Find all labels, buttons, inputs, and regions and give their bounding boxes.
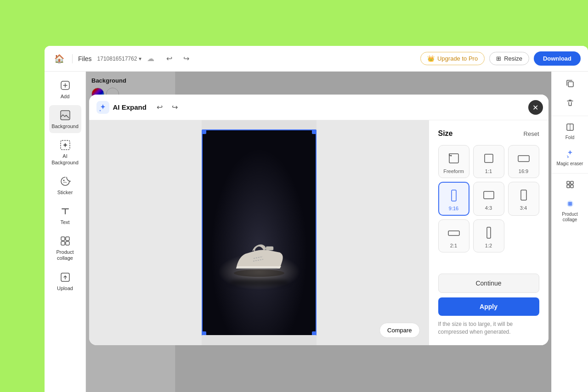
right-sidebar-item-windows[interactable] [554,176,586,195]
size-option-1-1[interactable]: 1:1 [473,145,504,178]
topbar: 🏠 Files 1710816517762 ▾ ☁ ↩ ↪ 👑 Upgrade … [45,46,588,72]
sidebar-item-sticker[interactable]: Sticker [49,171,81,199]
right-sidebar-item-duplicate[interactable] [554,75,586,94]
fold-label: Fold [565,135,574,140]
freeform-icon [447,151,461,166]
filename-text: 1710816517762 [97,56,137,62]
magic-eraser-label: Magic eraser [557,161,583,167]
size-option-1-2[interactable]: 1:2 [473,219,504,252]
dialog-undo-button[interactable]: ↩ [154,100,165,114]
dialog-title: AI Expand [113,103,147,111]
svg-rect-10 [266,246,273,250]
svg-point-12 [450,155,452,157]
svg-rect-7 [66,241,69,245]
sidebar-upload-label: Upload [57,286,73,291]
resize-icon: ⊞ [496,55,501,62]
size-option-4-3[interactable]: 4:3 [473,182,504,216]
ai-background-icon [59,139,72,151]
dialog-note: If the size is too large, it will be com… [438,320,539,336]
svg-rect-6 [61,241,65,245]
right-sidebar-item-product-collage[interactable]: Product collage [554,196,586,226]
sidebar-divider [552,116,588,116]
dialog-canvas: Compare [89,120,429,345]
shoe-frame [202,129,317,336]
sidebar-item-add[interactable]: Add [49,75,81,103]
16-9-icon [516,151,531,166]
size-option-freeform[interactable]: Freeform [438,145,469,178]
right-sidebar-item-magic-eraser[interactable]: Magic eraser [554,145,586,170]
dialog-redo-button[interactable]: ↪ [169,100,181,114]
right-sidebar-item-delete[interactable] [554,95,586,113]
dialog-toolbar: AI Expand ↩ ↪ [89,95,548,120]
undo-button[interactable]: ↩ [164,52,175,65]
svg-rect-16 [484,191,494,199]
add-icon [59,79,72,92]
background-icon [59,109,72,122]
svg-rect-24 [567,185,570,188]
apply-button[interactable]: Apply [438,297,539,316]
1-1-icon [481,151,496,166]
product-collage-right-label: Product collage [556,212,584,223]
size-option-16-9[interactable]: 16:9 [508,145,539,178]
topbar-actions: ↩ ↪ [162,52,192,65]
sidebar-item-ai-background[interactable]: AI Background [49,135,81,169]
home-button[interactable]: 🏠 [52,51,67,66]
svg-rect-4 [61,237,65,241]
continue-button[interactable]: Continue [438,274,539,293]
sidebar-add-label: Add [61,94,70,100]
right-sidebar-item-fold[interactable]: Fold [554,119,586,144]
resize-label: Resize [504,55,522,62]
svg-rect-27 [568,202,572,206]
resize-button[interactable]: ⊞ Resize [489,52,529,65]
crown-icon: 👑 [427,55,435,62]
upgrade-label: Upgrade to Pro [437,55,478,62]
svg-rect-23 [571,181,573,184]
size-header: Size Reset [438,129,539,138]
close-button[interactable]: ✕ [528,100,543,115]
files-label[interactable]: Files [78,55,92,62]
chevron-down-icon: ▾ [139,56,141,62]
sidebar-item-text[interactable]: Text [49,201,81,229]
delete-icon [565,98,575,109]
sidebar-item-upload[interactable]: Upload [49,267,81,295]
download-button[interactable]: Download [534,51,581,66]
sidebar-item-background[interactable]: Background [49,105,81,133]
filename-display[interactable]: 1710816517762 ▾ [97,56,142,62]
topbar-divider [72,54,73,63]
sidebar-text-label: Text [60,219,69,225]
svg-rect-22 [567,181,570,184]
svg-rect-5 [66,237,69,241]
upgrade-button[interactable]: 👑 Upgrade to Pro [420,52,485,65]
compare-button[interactable]: Compare [379,323,419,338]
product-collage-icon [59,235,72,247]
cloud-icon: ☁ [147,54,154,63]
4-3-label: 4:3 [485,205,492,211]
sidebar-item-product-collage[interactable]: Product collage [49,231,81,265]
size-grid: Freeform 1:1 [438,145,539,252]
svg-rect-14 [518,156,529,162]
size-option-3-4[interactable]: 3:4 [508,182,539,216]
sidebar-sticker-label: Sticker [57,190,73,196]
fold-icon [565,123,575,134]
main-content: Add Background [45,72,588,392]
svg-rect-19 [487,227,491,238]
svg-rect-25 [571,185,573,188]
16-9-label: 16:9 [519,168,528,174]
svg-rect-15 [452,190,456,201]
dialog-body: Compare Size Reset [89,120,548,345]
redo-button[interactable]: ↪ [181,52,192,65]
shoe-image-container [202,129,317,336]
2-1-label: 2:1 [450,243,457,248]
freeform-label: Freeform [443,168,464,174]
2-1-icon [447,225,461,240]
size-option-9-16[interactable]: 9:16 [438,182,469,216]
ai-expand-dialog: ✕ AI Expand ↩ ↪ [89,95,548,345]
size-option-2-1[interactable]: 2:1 [438,219,469,252]
ai-expand-logo [96,101,109,114]
topbar-right: 👑 Upgrade to Pro ⊞ Resize Download [420,51,581,66]
3-4-label: 3:4 [520,205,527,211]
product-collage-right-icon [565,199,575,210]
1-2-label: 1:2 [485,243,492,248]
dialog-overlay: ✕ AI Expand ↩ ↪ [86,72,551,392]
reset-button[interactable]: Reset [524,130,539,137]
